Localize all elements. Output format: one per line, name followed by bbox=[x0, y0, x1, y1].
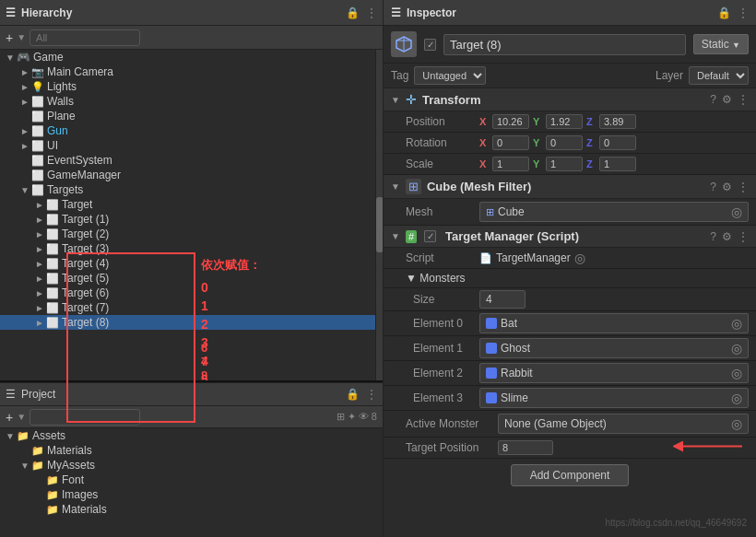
arrow-game: ▼ bbox=[4, 53, 17, 63]
rot-x-input[interactable] bbox=[492, 135, 529, 150]
active-monster-select-btn[interactable]: ◎ bbox=[731, 416, 742, 431]
pos-z-input[interactable] bbox=[599, 114, 636, 129]
project-images[interactable]: ► 📁 Images bbox=[0, 487, 383, 502]
scale-row: Scale X Y Z bbox=[384, 154, 756, 175]
tm-script-icon: # bbox=[406, 230, 417, 243]
tree-item-game-manager[interactable]: ► ⬜ GameManager bbox=[0, 168, 383, 182]
project-myassets[interactable]: ▼ 📁 MyAssets bbox=[0, 458, 383, 473]
tree-item-lights[interactable]: ► 💡 Lights bbox=[0, 79, 383, 94]
tree-item-plane[interactable]: ► ⬜ Plane bbox=[0, 109, 383, 123]
icon-main-camera: 📷 bbox=[31, 66, 44, 78]
icon-plane: ⬜ bbox=[31, 111, 44, 123]
scale-y-input[interactable] bbox=[546, 157, 583, 171]
hierarchy-header: ☰ Hierarchy 🔒 ⋮ bbox=[0, 0, 383, 26]
tree-item-target6[interactable]: ► ⬜ Target (6) bbox=[0, 286, 383, 300]
pos-x-input[interactable] bbox=[492, 114, 529, 129]
tree-item-target7[interactable]: ► ⬜ Target (7) bbox=[0, 300, 383, 315]
inspector-more-icon[interactable]: ⋮ bbox=[738, 6, 749, 19]
pos-y-input[interactable] bbox=[546, 114, 583, 129]
icon-images: 📁 bbox=[46, 489, 59, 501]
tree-item-target1[interactable]: ► ⬜ Target (1) bbox=[0, 212, 383, 227]
target-position-input[interactable] bbox=[498, 440, 553, 455]
el-2-select-btn[interactable]: ◎ bbox=[731, 366, 742, 380]
project-assets[interactable]: ▼ 📁 Assets bbox=[0, 428, 383, 443]
tag-select[interactable]: Untagged bbox=[414, 66, 486, 85]
tm-more-icon[interactable]: ⋮ bbox=[738, 230, 749, 243]
mesh-arrow[interactable]: ▼ bbox=[391, 181, 400, 192]
tree-item-target3[interactable]: ► ⬜ Target (3) bbox=[0, 241, 383, 256]
tree-item-event-system[interactable]: ► ⬜ EventSystem bbox=[0, 153, 383, 168]
tree-item-main-camera[interactable]: ► 📷 Main Camera bbox=[0, 64, 383, 79]
tm-help-icon[interactable]: ? bbox=[710, 230, 716, 243]
label-materials: Materials bbox=[47, 444, 92, 457]
tree-item-target4[interactable]: ► ⬜ Target (4) bbox=[0, 256, 383, 271]
script-name: TargetManager bbox=[496, 251, 571, 264]
tm-active-checkbox[interactable]: ✓ bbox=[424, 230, 436, 242]
inspector-lock-icon[interactable]: 🔒 bbox=[717, 6, 731, 19]
tree-item-targets[interactable]: ▼ ⬜ Targets bbox=[0, 182, 383, 197]
mesh-more-icon[interactable]: ⋮ bbox=[738, 181, 749, 193]
tree-item-game[interactable]: ▼ 🎮 Game ⋮ bbox=[0, 50, 383, 64]
icon-target5: ⬜ bbox=[46, 273, 59, 285]
hierarchy-menu-icon: ☰ bbox=[6, 6, 16, 19]
mesh-label: Mesh bbox=[406, 205, 479, 218]
size-input[interactable] bbox=[479, 290, 526, 309]
active-checkbox[interactable]: ✓ bbox=[424, 39, 436, 51]
rot-y-input[interactable] bbox=[546, 135, 583, 150]
tree-item-walls[interactable]: ► ⬜ Walls bbox=[0, 94, 383, 109]
transform-arrow[interactable]: ▼ bbox=[391, 95, 400, 105]
icon-game: 🎮 bbox=[17, 51, 30, 64]
scale-y-group: Y bbox=[533, 157, 583, 171]
el-3-value-box: Slime ◎ bbox=[479, 388, 749, 408]
mesh-select-btn[interactable]: ◎ bbox=[731, 204, 742, 219]
tree-item-target5[interactable]: ► ⬜ Target (5) bbox=[0, 271, 383, 286]
el-3-select-btn[interactable]: ◎ bbox=[731, 391, 742, 405]
project-font[interactable]: ► 📁 Font bbox=[0, 473, 383, 487]
watermark: https://blog.csdn.net/qq_46649692 bbox=[606, 518, 747, 528]
tree-item-target8[interactable]: ► ⬜ Target (8) bbox=[0, 315, 383, 330]
lock-icon[interactable]: 🔒 bbox=[346, 6, 360, 19]
tree-item-ui[interactable]: ► ⬜ UI bbox=[0, 138, 383, 153]
rot-z-label: Z bbox=[586, 137, 597, 148]
inspector-panel: ☰ Inspector 🔒 ⋮ ✓ Static ▼ bbox=[384, 0, 756, 537]
static-button[interactable]: Static ▼ bbox=[693, 34, 749, 54]
monsters-arrow[interactable]: ▼ bbox=[406, 272, 419, 285]
transform-settings-icon[interactable]: ⚙ bbox=[722, 93, 732, 106]
project-lock-icon[interactable]: 🔒 bbox=[346, 388, 360, 401]
tree-item-target[interactable]: ► ⬜ Target bbox=[0, 197, 383, 212]
project-dropdown-icon[interactable]: ▼ bbox=[17, 412, 26, 422]
add-button[interactable]: + bbox=[6, 30, 13, 45]
layer-select[interactable]: Default bbox=[689, 66, 749, 85]
mesh-help-icon[interactable]: ? bbox=[710, 181, 716, 193]
dropdown-arrow-icon[interactable]: ▼ bbox=[17, 32, 26, 42]
project-mats[interactable]: ► 📁 Materials bbox=[0, 502, 383, 517]
tree-item-gun[interactable]: ► ⬜ Gun bbox=[0, 123, 383, 138]
scale-z-input[interactable] bbox=[599, 157, 636, 171]
rot-y-label: Y bbox=[533, 137, 544, 148]
scale-x-input[interactable] bbox=[492, 157, 529, 171]
object-name-field[interactable] bbox=[443, 34, 686, 55]
label-mats: Materials bbox=[62, 503, 107, 516]
tm-settings-icon[interactable]: ⚙ bbox=[722, 230, 732, 243]
hierarchy-scrollbar[interactable] bbox=[375, 50, 383, 386]
el-1-select-btn[interactable]: ◎ bbox=[731, 341, 742, 356]
rot-z-input[interactable] bbox=[599, 135, 636, 150]
add-component-button[interactable]: Add Component bbox=[511, 464, 630, 486]
tree-item-target2[interactable]: ► ⬜ Target (2) bbox=[0, 227, 383, 241]
transform-help-icon[interactable]: ? bbox=[710, 93, 716, 106]
project-add-icon[interactable]: + bbox=[6, 410, 13, 425]
more-icon[interactable]: ⋮ bbox=[366, 6, 377, 19]
tm-arrow[interactable]: ▼ bbox=[391, 231, 400, 241]
position-values: X Y Z bbox=[479, 114, 749, 129]
project-search-input[interactable] bbox=[30, 409, 140, 426]
icon-ui: ⬜ bbox=[31, 140, 44, 152]
project-materials[interactable]: ► 📁 Materials bbox=[0, 443, 383, 458]
hierarchy-search-input[interactable] bbox=[30, 29, 140, 46]
el-0-select-btn[interactable]: ◎ bbox=[731, 316, 742, 331]
icon-target7: ⬜ bbox=[46, 302, 59, 314]
project-icons: ⊞ ✦ 👁 8 bbox=[337, 411, 377, 423]
transform-more-icon[interactable]: ⋮ bbox=[738, 93, 749, 106]
mesh-settings-icon[interactable]: ⚙ bbox=[722, 181, 732, 193]
script-select-btn[interactable]: ◎ bbox=[574, 251, 585, 265]
project-more-icon[interactable]: ⋮ bbox=[366, 388, 377, 401]
